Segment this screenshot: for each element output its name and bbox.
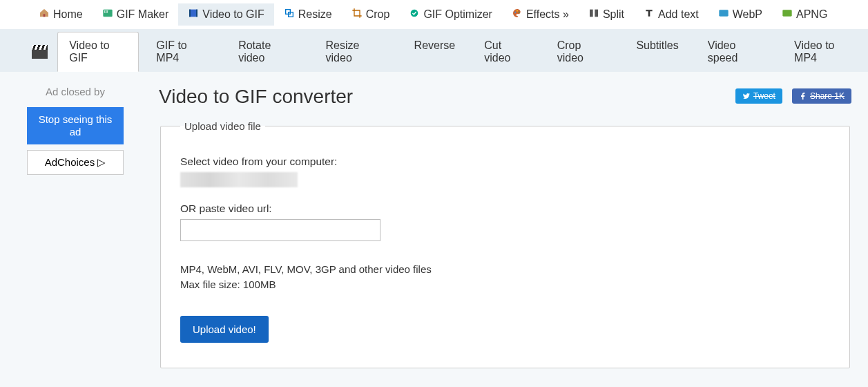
topnav-label: WebP [733, 8, 762, 21]
fb-share-button[interactable]: Share 1K [792, 88, 851, 104]
svg-rect-13 [782, 10, 791, 16]
svg-rect-10 [590, 10, 593, 17]
apng-icon [782, 8, 793, 21]
topnav-label: GIF Optimizer [423, 8, 492, 21]
svg-rect-2 [189, 10, 191, 17]
topnav-item-gif-maker[interactable]: GIF Maker [93, 3, 179, 26]
upload-hint: MP4, WebM, AVI, FLV, MOV, 3GP and other … [180, 262, 830, 292]
url-label: OR paste video url: [180, 202, 830, 215]
subnav-crop-video[interactable]: Crop video [546, 32, 619, 72]
clapperboard-icon [32, 45, 48, 59]
topnav-label: Crop [366, 8, 390, 21]
subnav-video-speed[interactable]: Video speed [696, 32, 777, 72]
select-file-label: Select video from your computer: [180, 155, 830, 168]
subnav-reverse[interactable]: Reverse [403, 32, 467, 72]
topnav-item-home[interactable]: Home [29, 3, 93, 26]
optimize-icon [409, 8, 420, 21]
top-nav: HomeGIF MakerVideo to GIFResizeCropGIF O… [0, 0, 868, 29]
subnav-rotate-video[interactable]: Rotate video [226, 32, 308, 72]
topnav-item-crop[interactable]: Crop [342, 3, 400, 26]
subnav-gif-to-mp4[interactable]: GIF to MP4 [144, 32, 221, 72]
hint-line-formats: MP4, WebM, AVI, FLV, MOV, 3GP and other … [180, 262, 830, 277]
film-icon [188, 8, 199, 21]
topnav-label: Resize [298, 8, 332, 21]
upload-legend: Upload video file [180, 120, 265, 132]
stop-seeing-ad-button[interactable]: Stop seeing this ad [27, 107, 124, 144]
svg-point-7 [514, 12, 516, 13]
adchoices-button[interactable]: AdChoices ▷ [27, 150, 124, 175]
resize-icon [284, 8, 295, 21]
topnav-label: Add text [658, 8, 699, 21]
upload-fieldset: Upload video file Select video from your… [160, 120, 850, 368]
home-icon [39, 8, 50, 21]
svg-point-8 [517, 10, 518, 12]
svg-rect-3 [196, 10, 197, 17]
svg-point-9 [519, 12, 520, 13]
topnav-label: Effects » [526, 8, 569, 21]
topnav-label: Video to GIF [202, 8, 264, 21]
topnav-item-webp[interactable]: WebP [708, 3, 772, 26]
tweet-label: Tweet [753, 91, 775, 101]
share-row: Tweet Share 1K [735, 88, 851, 104]
topnav-item-video-to-gif[interactable]: Video to GIF [178, 3, 274, 26]
video-url-input[interactable] [180, 219, 380, 241]
svg-rect-11 [595, 10, 598, 17]
topnav-label: GIF Maker [117, 8, 169, 21]
svg-rect-12 [719, 10, 728, 16]
tweet-button[interactable]: Tweet [735, 88, 782, 104]
subnav-subtitles[interactable]: Subtitles [624, 32, 690, 72]
subnav-resize-video[interactable]: Resize video [314, 32, 397, 72]
topnav-item-gif-optimizer[interactable]: GIF Optimizer [399, 3, 502, 26]
file-input[interactable] [180, 172, 298, 187]
ad-sidebar: Ad closed by Stop seeing this ad AdChoic… [17, 83, 134, 369]
crop-icon [351, 8, 363, 21]
subnav-video-to-gif[interactable]: Video to GIF [57, 32, 139, 72]
sub-nav-bar: Video to GIFGIF to MP4Rotate videoResize… [0, 29, 868, 72]
subnav-cut-video[interactable]: Cut video [472, 32, 540, 72]
palette-icon [512, 8, 523, 21]
split-icon [588, 8, 599, 21]
upload-form: Upload video file Select video from your… [159, 120, 851, 368]
topnav-label: APNG [796, 8, 827, 21]
topnav-item-add-text[interactable]: Add text [634, 3, 708, 26]
main-content: Tweet Share 1K Video to GIF converter Up… [134, 83, 851, 369]
gif-icon [102, 8, 113, 21]
upload-video-button[interactable]: Upload video! [180, 316, 269, 343]
webp-icon [718, 8, 729, 21]
topnav-label: Split [603, 8, 624, 21]
twitter-icon [742, 92, 751, 100]
page-body: Ad closed by Stop seeing this ad AdChoic… [0, 72, 868, 387]
topnav-item-resize[interactable]: Resize [274, 3, 342, 26]
svg-point-6 [411, 10, 418, 17]
topnav-item-split[interactable]: Split [579, 3, 634, 26]
ad-closed-label: Ad closed by [17, 83, 134, 102]
hint-line-size: Max file size: 100MB [180, 277, 830, 292]
subnav-video-to-mp4[interactable]: Video to MP4 [782, 32, 868, 72]
topnav-item-effects[interactable]: Effects » [502, 3, 579, 26]
fb-share-label: Share 1K [810, 91, 845, 101]
text-icon [644, 8, 655, 21]
topnav-item-apng[interactable]: APNG [772, 3, 837, 26]
topnav-label: Home [53, 8, 83, 21]
facebook-icon [799, 92, 807, 100]
